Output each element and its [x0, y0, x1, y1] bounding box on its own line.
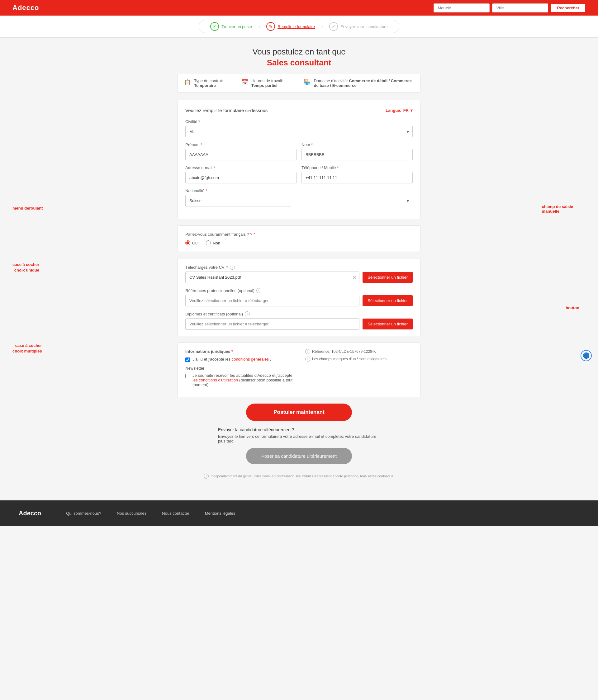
nom-input[interactable] [301, 149, 413, 160]
diplomas-info-icon[interactable]: i [245, 311, 250, 316]
hours-info: 📅 Heures de travail: Temps partiel [241, 78, 291, 88]
cv-clear-icon[interactable]: ✕ [352, 274, 356, 280]
disclaimer: i Indépendamment du genre utilisé dans l… [177, 471, 421, 482]
civility-group: Civilité * M. Mme [185, 119, 413, 137]
later-section: Envoyer la candidature ultérieurement? E… [177, 427, 421, 464]
civility-select-wrapper: M. Mme [185, 126, 413, 137]
nationality-select[interactable]: Suisse France Autre [185, 195, 291, 206]
submit-button[interactable]: Postuler maintenant [246, 404, 352, 421]
later-title: Envoyer la candidature ultérieurement? [218, 427, 380, 432]
references-info-icon[interactable]: i [256, 288, 261, 293]
annotation-menu-deroulant: menu déroulant [13, 206, 43, 210]
cv-info-icon[interactable]: i [230, 265, 235, 270]
nationality-select-wrapper: Suisse France Autre [185, 195, 413, 206]
cv-upload-group: Téléchargez votre CV * i ✕ Sélectionner … [185, 265, 413, 283]
newsletter-link[interactable]: les conditions d'utilisation [193, 378, 238, 382]
step-1-icon: ✓ [210, 22, 219, 31]
radio-non-input[interactable] [206, 241, 211, 245]
step-3-label: Envoyer votre candidature [341, 24, 388, 29]
steps-container: ✓ Trouver un poste › ✎ Remplir le formul… [0, 16, 598, 38]
page-title: Vous postulez en tant que [177, 47, 421, 57]
footer-link-3[interactable]: Mentions légales [205, 511, 235, 516]
header: Adecco Rechercher [0, 0, 598, 16]
legal-right: i Référence: 102-CLDE-157679-1228-K i Le… [305, 349, 413, 391]
form-section-title: Veuillez remplir le formulaire ci-dessou… [185, 108, 268, 113]
footer-logo: Adecco [19, 510, 41, 517]
french-question-label: Parlez-vous couramment français ? ? * [185, 232, 413, 236]
footer-link-0[interactable]: Qui sommes-nous? [66, 511, 101, 516]
nationality-label: Nationalité * [185, 189, 413, 193]
legal-left: Informations juridiques * J'ai lu et j'a… [185, 349, 293, 391]
references-input-wrapper [185, 295, 359, 306]
cgv-checkbox-group: J'ai lu et j'accepte les conditions géné… [185, 357, 293, 362]
disclaimer-icon: i [204, 474, 209, 479]
later-desc: Envoyez le lien vers ce formulaire à vot… [218, 434, 380, 444]
references-upload-group: Références professionnelles (optional) i… [185, 288, 413, 306]
page-wrapper: Vous postulez en tant que Sales consulta… [0, 38, 598, 500]
diplomas-file-input[interactable] [185, 318, 359, 330]
diplomas-upload-row: Sélectionner un fichier [185, 318, 413, 330]
contract-info: 📋 Type de contrat: Temporaire [184, 78, 229, 88]
name-row: Prénom * Nom * [185, 142, 413, 165]
lang-value: FR [403, 108, 409, 113]
step-3: ✓ Envoyer votre candidature [324, 22, 393, 31]
main-form-section: Veuillez remplir le formulaire ci-dessou… [177, 100, 421, 219]
radio-non-label: Non [213, 241, 220, 245]
step-2-icon: ✎ [266, 22, 275, 31]
reference-text: i Référence: 102-CLDE-157679-1228-K [305, 349, 413, 354]
cv-select-button[interactable]: Sélectionner un fichier [363, 272, 413, 283]
footer-link-2[interactable]: Nous contacter [162, 511, 189, 516]
references-select-button[interactable]: Sélectionner un fichier [363, 295, 413, 306]
french-radio-group: Oui Non [185, 241, 413, 245]
email-input[interactable] [185, 172, 297, 183]
newsletter-checkbox[interactable] [185, 374, 190, 378]
cv-upload-row: ✕ Sélectionner un fichier [185, 272, 413, 283]
footer-link-1[interactable]: Nos succursales [117, 511, 146, 516]
hours-icon: 📅 [241, 79, 248, 85]
radio-oui[interactable]: Oui [185, 241, 198, 245]
cv-file-input[interactable] [185, 272, 359, 283]
legal-section: Informations juridiques * J'ai lu et j'a… [177, 343, 421, 397]
tel-input[interactable] [301, 172, 413, 183]
step-divider-2: › [320, 23, 324, 30]
later-button[interactable]: Poser sa candidature ultérieurement [246, 448, 352, 464]
radio-oui-input[interactable] [185, 241, 190, 245]
step-2-label[interactable]: Remplir le formulaire [277, 24, 315, 29]
french-question-section: Parlez-vous couramment français ? ? * Ou… [177, 225, 421, 252]
diplomas-select-button[interactable]: Sélectionner un fichier [363, 319, 413, 329]
prenom-group: Prénom * [185, 142, 297, 160]
annotation-case-choix-unique: case à cocherchoix unique [13, 262, 39, 273]
radio-non[interactable]: Non [206, 241, 220, 245]
header-logo: Adecco [13, 4, 39, 12]
cgv-link[interactable]: conditions générales [232, 357, 269, 361]
diplomas-upload-label: Diplômes et certificats (optional) i [185, 311, 413, 316]
cgv-checkbox[interactable] [185, 357, 190, 362]
diplomas-upload-group: Diplômes et certificats (optional) i Sél… [185, 311, 413, 330]
tel-label: Téléphone / Mobile * [301, 165, 413, 170]
domain-info: 🏪 Domaine d'activité: Commerce de détail… [304, 78, 414, 88]
email-label: Adresse e-mail * [185, 165, 297, 170]
newsletter-title: Newsletter [185, 366, 293, 371]
civility-select[interactable]: M. Mme [185, 126, 413, 137]
contract-text: Type de contrat: Temporaire [194, 78, 229, 88]
cv-input-wrapper: ✕ [185, 272, 359, 283]
references-upload-label: Références professionnelles (optional) i [185, 288, 413, 293]
domain-text: Domaine d'activité: Commerce de détail /… [314, 78, 414, 88]
job-info-bar: 📋 Type de contrat: Temporaire 📅 Heures d… [177, 74, 421, 93]
keyword-input[interactable] [433, 3, 490, 12]
language-selector[interactable]: Langue: FR ▾ [385, 108, 413, 113]
references-file-input[interactable] [185, 295, 359, 306]
chat-bubble[interactable]: 🔵 [580, 350, 592, 361]
nom-label: Nom * [301, 142, 413, 147]
mandatory-info-icon: i [305, 356, 310, 361]
nom-group: Nom * [301, 142, 413, 160]
prenom-input[interactable] [185, 149, 297, 160]
civility-label: Civilité * [185, 119, 413, 124]
city-input[interactable] [492, 3, 548, 12]
radio-oui-label: Oui [192, 241, 198, 245]
search-button[interactable]: Rechercher [551, 3, 585, 13]
contact-row: Adresse e-mail * Téléphone / Mobile * [185, 165, 413, 189]
newsletter-text: Je souhaite recevoir les actualités d'Ad… [193, 373, 293, 387]
email-group: Adresse e-mail * [185, 165, 297, 183]
nationality-group: Nationalité * Suisse France Autre [185, 189, 413, 206]
